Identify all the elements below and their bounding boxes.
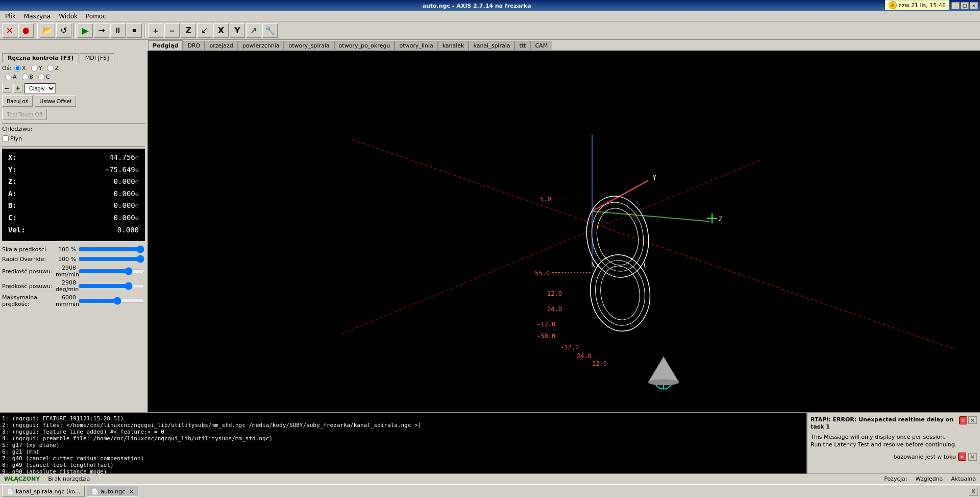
tab-ttt[interactable]: ttt — [514, 41, 530, 50]
home-axis-button[interactable]: Bazuj oś — [2, 96, 33, 107]
estop-off-button[interactable]: ✕ — [2, 23, 17, 38]
tab-przejazd[interactable]: przejazd — [205, 41, 238, 50]
axis-y-option[interactable]: Y — [31, 65, 42, 72]
error-message: This Message will only display once per … — [811, 433, 977, 449]
window-controls: _ □ × — [951, 2, 978, 9]
coolant-fluid-option[interactable]: Płyn — [2, 135, 145, 142]
coords-display: X: 44.756⊕ Y: −75.649⊕ Z: 0.000⊕ A: 0.00… — [2, 149, 145, 241]
tab-podglad[interactable]: Podgląd — [148, 40, 183, 50]
rapid-override-row: Rapid Override: 100 % — [2, 255, 145, 263]
tool-touch-off-button[interactable]: Tool Touch Off — [2, 109, 47, 120]
viewport-area[interactable]: Y Z 5.0 55.0 12.0 24.0 -12.0 -50.0 -12.0… — [148, 51, 980, 412]
reload-file-button[interactable]: ↺ — [56, 23, 71, 38]
coolant-label: Chłodziwo: — [2, 126, 33, 132]
error-title: RTAPI: ERROR: Unexpected realtime delay … — [811, 416, 959, 431]
tab-cam[interactable]: CAM — [530, 41, 552, 50]
jog-plus-button[interactable]: + — [13, 84, 22, 93]
axis-a-option[interactable]: A — [5, 74, 17, 80]
error-panel: RTAPI: ERROR: Unexpected realtime delay … — [806, 413, 980, 473]
step-forward-button[interactable]: → — [94, 23, 109, 38]
tab-mdi[interactable]: MDI [F5] — [80, 53, 115, 63]
zoom-in-button[interactable]: + — [148, 23, 163, 38]
run-button[interactable]: ▶ — [78, 23, 93, 38]
position-label: Pozycja: — [884, 476, 907, 482]
svg-text:Y: Y — [652, 173, 657, 181]
set-offset-button[interactable]: Ustaw Offset — [35, 96, 76, 107]
log-line-7: 7: g40 (cancel cutter radius compensatio… — [2, 455, 804, 462]
svg-text:-50.0: -50.0 — [537, 333, 555, 340]
panel-tabs: Ręczna kontrola [F3] MDI [F5] — [2, 53, 145, 63]
status-bar: WŁĄCZONY Brak narzędzia Pozycja: Względn… — [0, 473, 980, 484]
stop-program-button[interactable]: ⏹ — [127, 23, 142, 38]
y-view-button[interactable]: Y — [230, 23, 245, 38]
rapid-override-slider[interactable] — [78, 255, 145, 263]
svg-point-33 — [648, 380, 679, 386]
menu-pomoc[interactable]: Pomoc — [82, 12, 110, 21]
left-panel: Ręczna kontrola [F3] MDI [F5] Oś: X Y Z … — [0, 51, 148, 412]
feed-rate2-slider[interactable] — [78, 282, 145, 290]
x-view-button[interactable]: X — [213, 23, 229, 38]
minimize-button[interactable]: _ — [951, 2, 960, 9]
coord-x: X: 44.756⊕ — [8, 153, 139, 163]
jog-control-row: − + Ciągły — [2, 83, 145, 93]
home-view-button[interactable]: ↙ — [197, 23, 212, 38]
close-window-button[interactable]: × — [970, 2, 978, 9]
svg-text:55.0: 55.0 — [535, 270, 550, 277]
tab-dro[interactable]: DRO — [183, 41, 205, 50]
error-close-x[interactable]: × — [968, 416, 977, 424]
rapid-override-value: 100 % — [56, 256, 76, 263]
max-speed-slider[interactable] — [78, 297, 145, 305]
jog-mode-select[interactable]: Ciągły — [24, 83, 56, 93]
taskbar-auto-ngc[interactable]: 📄 auto.ngc ✕ — [87, 486, 138, 497]
feed-rate2-value: 2908 deg/min — [56, 279, 76, 293]
bazowanie-cancel-button[interactable]: ✕ — [958, 453, 966, 461]
axis-c-option[interactable]: C — [38, 74, 50, 80]
axis-z-option[interactable]: Z — [47, 65, 59, 72]
speed-scale-slider[interactable] — [78, 245, 145, 253]
log-line-1: 1: (ngcgui: FEATURE 191121:15.28.51) — [2, 415, 804, 422]
taskbar: 📄 kanal_spirala.ngc (ko... 📄 auto.ngc ✕ … — [0, 484, 980, 498]
tab-kanalek[interactable]: kanalek — [438, 41, 469, 50]
error-close-button[interactable]: ✕ — [959, 416, 967, 424]
bazowanie-label: bazowanie jest w toku — [894, 454, 956, 460]
menu-widok[interactable]: Widok — [55, 12, 82, 21]
feed-rate2-label: Prędkość posuwu: — [2, 283, 56, 290]
machine-state: WŁĄCZONY — [4, 476, 40, 482]
log-line-8: 8: g49 (cancel tool lengthoffset) — [2, 462, 804, 468]
rapid-override-label: Rapid Override: — [2, 256, 56, 263]
axis-x-option[interactable]: X — [14, 65, 26, 72]
tab-otwory-spirala[interactable]: otwory_spirala — [284, 41, 334, 50]
z-view-button[interactable]: Z — [181, 23, 196, 38]
feed-rate-slider[interactable] — [78, 267, 145, 275]
taskbar-close-button[interactable]: X — [969, 487, 978, 496]
menu-plik[interactable]: Plik — [1, 12, 20, 21]
taskbar-close-2[interactable]: ✕ — [129, 489, 133, 494]
settings-button[interactable]: 🔧 — [262, 23, 278, 38]
tab-otwory-linia[interactable]: otwory_linia — [395, 41, 437, 50]
pause-button[interactable]: ⏸ — [110, 23, 126, 38]
warning-icon: ⚠ — [889, 1, 897, 9]
bazowanie-close-x[interactable]: × — [968, 453, 977, 461]
svg-text:Z: Z — [719, 215, 723, 223]
maximize-button[interactable]: □ — [961, 2, 969, 9]
tab-kanal-spirala[interactable]: kanal_spirala — [469, 41, 514, 50]
estop-on-button[interactable]: ⏺ — [18, 23, 34, 38]
tab-otwory-po-okregu[interactable]: otwory_po_okręgu — [334, 41, 395, 50]
sep1 — [36, 23, 38, 38]
svg-text:24.0: 24.0 — [577, 352, 592, 360]
3d-viewport: Y Z 5.0 55.0 12.0 24.0 -12.0 -50.0 -12.0… — [148, 51, 980, 412]
menu-maszyna[interactable]: Maszyna — [20, 12, 55, 21]
tab-manual-control[interactable]: Ręczna kontrola [F3] — [2, 53, 79, 63]
axis-b-option[interactable]: B — [22, 74, 34, 80]
viewport-tabs-row: Podgląd DRO przejazd powierzchnia otwory… — [148, 40, 980, 51]
jog-minus-button[interactable]: − — [2, 84, 11, 93]
tab-powierzchnia[interactable]: powierzchnia — [238, 41, 284, 50]
limits-button[interactable]: ↗ — [246, 23, 261, 38]
relative-label: Względna — [915, 476, 943, 482]
taskbar-kanal-spirala[interactable]: 📄 kanal_spirala.ngc (ko... — [2, 486, 85, 497]
speed-scale-row: Skala prędkości: 100 % — [2, 245, 145, 253]
log-content[interactable]: 1: (ngcgui: FEATURE 191121:15.28.51) 2: … — [0, 413, 806, 473]
svg-text:12.0: 12.0 — [547, 290, 562, 297]
open-file-button[interactable]: 📂 — [40, 23, 55, 38]
zoom-out-button[interactable]: − — [164, 23, 180, 38]
